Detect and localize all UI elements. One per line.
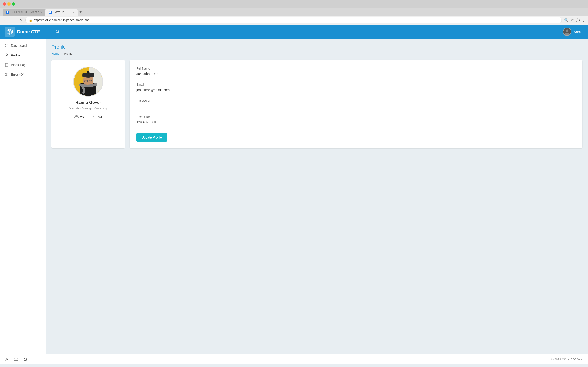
avatar (563, 27, 571, 36)
images-icon (93, 115, 97, 119)
browser-actions: 🔍 ☆ ◯ ⋮ (564, 18, 585, 22)
followers-stat: 254 (74, 115, 86, 119)
breadcrumb: Home > Profile (52, 52, 582, 55)
svg-rect-25 (82, 73, 94, 77)
profile-stats: 254 54 (74, 115, 102, 119)
tab-label-ctf: C0C0N XI CTF | Admin (10, 10, 39, 14)
tab-favicon-ctf (6, 10, 9, 14)
svg-point-14 (6, 54, 8, 56)
browser-titlebar (0, 0, 588, 8)
brand-logo (5, 27, 15, 37)
browser-addressbar: ← → ↻ 🔒 https://profile.domectf.in/pages… (0, 16, 588, 25)
search-action-icon[interactable]: 🔍 (564, 18, 569, 22)
app-wrapper: Dome CTF Admin (0, 25, 588, 364)
breadcrumb-home[interactable]: Home (52, 52, 60, 55)
book-icon (5, 63, 9, 67)
password-label: Password (137, 99, 576, 102)
mail-icon[interactable] (14, 357, 18, 361)
svg-point-13 (6, 45, 7, 46)
menu-icon[interactable]: ⋮ (582, 18, 585, 22)
svg-point-31 (77, 115, 78, 117)
power-icon[interactable] (23, 357, 27, 361)
back-button[interactable]: ← (3, 18, 8, 23)
reload-button[interactable]: ↻ (18, 17, 23, 23)
phone-value: 123 456 7890 (137, 120, 576, 126)
dashboard-icon (5, 44, 9, 48)
images-count: 54 (98, 115, 102, 119)
sidebar: Dashboard Profile (0, 39, 46, 354)
settings-icon[interactable] (5, 357, 9, 361)
svg-point-26 (87, 71, 89, 73)
user-name-label: Admin (573, 30, 583, 34)
svg-rect-1 (49, 11, 51, 13)
header-brand: Dome CTF (5, 27, 51, 37)
full-name-value: Johnathan Doe (137, 72, 576, 78)
profile-form-card: Full Name Johnathan Doe Email johnathan@… (130, 60, 582, 148)
svg-point-34 (6, 359, 8, 360)
email-value: johnathan@admin.com (137, 88, 576, 94)
maximize-window-button[interactable] (12, 2, 15, 6)
profile-avatar (73, 67, 103, 97)
sidebar-item-dashboard[interactable]: Dashboard (0, 41, 46, 50)
sidebar-label-error-404: Error 404 (11, 73, 24, 76)
main-content: Profile Home > Profile (46, 39, 588, 354)
email-field: Email johnathan@admin.com (137, 83, 576, 94)
tab-favicon-dome (49, 10, 52, 14)
svg-point-12 (5, 44, 8, 47)
browser-tab-dome[interactable]: DomeCtf × (45, 9, 78, 16)
address-box[interactable]: 🔒 https://profile.domectf.in/pages-profi… (26, 17, 562, 23)
url-text: https://profile.domectf.in/pages-profile… (34, 18, 89, 22)
browser-tabbar: C0C0N XI CTF | Admin × DomeCtf × + (0, 8, 588, 16)
tab-close-dome[interactable]: × (73, 10, 74, 14)
question-icon (5, 73, 9, 77)
phone-field: Phone No 123 456 7890 (137, 115, 576, 126)
forward-button[interactable]: → (10, 18, 16, 23)
brand-name: Dome CTF (17, 29, 40, 34)
password-value (137, 104, 576, 110)
sidebar-item-profile[interactable]: Profile (0, 50, 46, 60)
lock-icon: 🔒 (29, 19, 32, 22)
app-header: Dome CTF Admin (0, 25, 588, 39)
svg-line-8 (58, 32, 59, 33)
tab-label-dome: DomeCtf (53, 10, 64, 14)
profile-avatar-circle (74, 67, 103, 96)
avatar-image (563, 28, 571, 35)
browser-chrome: C0C0N XI CTF | Admin × DomeCtf × + ← → ↻… (0, 0, 588, 25)
app-body: Dashboard Profile (0, 39, 588, 354)
close-window-button[interactable] (3, 2, 6, 6)
minimize-window-button[interactable] (7, 2, 10, 6)
search-icon (55, 29, 60, 34)
header-user[interactable]: Admin (563, 27, 583, 36)
page-title: Profile (52, 44, 582, 50)
phone-label: Phone No (137, 115, 576, 118)
svg-point-0 (7, 11, 9, 13)
followers-icon (74, 115, 78, 119)
update-profile-button[interactable]: Update Profile (137, 133, 167, 142)
sidebar-label-profile: Profile (11, 53, 20, 57)
sidebar-label-blank-page: Blank Page (11, 63, 27, 67)
password-field: Password (137, 99, 576, 110)
profile-card: Hanna Gover Accoubts Manager Amix corp (52, 60, 125, 148)
full-name-field: Full Name Johnathan Doe (137, 67, 576, 78)
email-label: Email (137, 83, 576, 86)
person-icon (5, 53, 9, 57)
footer-copyright: © 2018 Ctf by C0C0n XI (551, 358, 583, 361)
bookmark-icon[interactable]: ☆ (571, 18, 574, 22)
header-search[interactable] (55, 29, 60, 34)
sidebar-item-error-404[interactable]: Error 404 (0, 70, 46, 79)
sidebar-label-dashboard: Dashboard (11, 44, 27, 48)
breadcrumb-separator: > (61, 52, 63, 55)
profile-grid: Hanna Gover Accoubts Manager Amix corp (52, 60, 582, 148)
images-stat: 54 (93, 115, 102, 119)
tab-close-ctf[interactable]: × (40, 10, 42, 14)
sidebar-item-blank-page[interactable]: Blank Page (0, 60, 46, 70)
svg-point-19 (6, 75, 7, 75)
new-tab-button[interactable]: + (78, 8, 83, 16)
svg-point-7 (56, 30, 59, 33)
breadcrumb-current: Profile (64, 52, 72, 55)
account-icon[interactable]: ◯ (576, 18, 580, 22)
browser-tab-ctf[interactable]: C0C0N XI CTF | Admin × (3, 9, 45, 16)
full-name-label: Full Name (137, 67, 576, 70)
profile-name: Hanna Gover (75, 100, 101, 105)
followers-count: 254 (80, 115, 86, 119)
